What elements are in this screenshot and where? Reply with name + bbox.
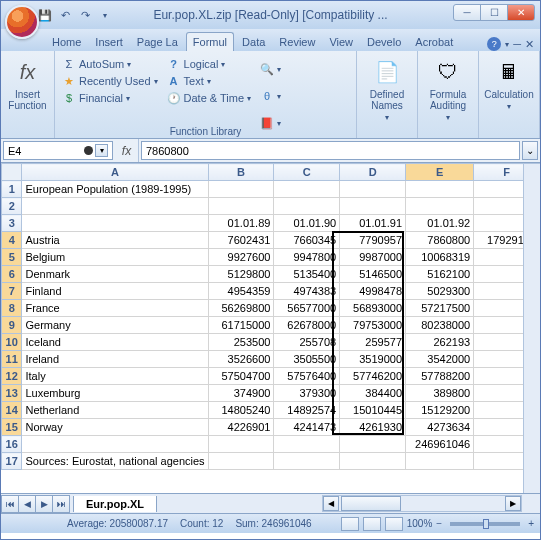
cell[interactable] (208, 181, 274, 198)
row-header-9[interactable]: 9 (2, 317, 22, 334)
cell[interactable] (340, 453, 406, 470)
cell[interactable]: 384400 (340, 385, 406, 402)
text-button[interactable]: AText▾ (164, 73, 255, 89)
insert-function-button[interactable]: fx Insert Function (5, 53, 50, 136)
cell[interactable] (340, 181, 406, 198)
cell[interactable]: 56577000 (274, 300, 340, 317)
next-sheet-button[interactable]: ▶ (35, 495, 53, 513)
col-header-C[interactable]: C (274, 164, 340, 181)
cell[interactable]: 57576400 (274, 368, 340, 385)
close-button[interactable]: ✕ (507, 4, 535, 21)
cell[interactable]: Iceland (22, 334, 208, 351)
cell[interactable] (406, 453, 474, 470)
cell[interactable]: France (22, 300, 208, 317)
tab-data[interactable]: Data (236, 33, 271, 51)
cell[interactable]: Ireland (22, 351, 208, 368)
cell[interactable] (208, 198, 274, 215)
cell[interactable]: 3526600 (208, 351, 274, 368)
redo-icon[interactable]: ↷ (77, 7, 93, 23)
row-header-17[interactable]: 17 (2, 453, 22, 470)
row-header-16[interactable]: 16 (2, 436, 22, 453)
cell[interactable] (274, 181, 340, 198)
row-header-14[interactable]: 14 (2, 402, 22, 419)
cell[interactable]: Austria (22, 232, 208, 249)
cell[interactable]: 57217500 (406, 300, 474, 317)
row-header-4[interactable]: 4 (2, 232, 22, 249)
date-time-button[interactable]: 🕐Date & Time▾ (164, 90, 255, 106)
cell[interactable] (22, 436, 208, 453)
row-header-2[interactable]: 2 (2, 198, 22, 215)
cell[interactable] (22, 215, 208, 232)
cell[interactable]: 5146500 (340, 266, 406, 283)
cell[interactable]: 5029300 (406, 283, 474, 300)
cell[interactable] (406, 181, 474, 198)
cell[interactable]: 9987000 (340, 249, 406, 266)
col-header-D[interactable]: D (340, 164, 406, 181)
cell[interactable]: 246961046 (406, 436, 474, 453)
row-header-13[interactable]: 13 (2, 385, 22, 402)
office-button[interactable] (5, 5, 39, 39)
help-icon[interactable]: ? (487, 37, 501, 51)
cell[interactable] (274, 198, 340, 215)
tab-formul[interactable]: Formul (186, 32, 234, 51)
cell[interactable]: 5162100 (406, 266, 474, 283)
cell[interactable]: 57746200 (340, 368, 406, 385)
cell[interactable]: 79753000 (340, 317, 406, 334)
close-workbook-icon[interactable]: ✕ (525, 38, 534, 51)
cell[interactable] (340, 436, 406, 453)
tab-insert[interactable]: Insert (89, 33, 129, 51)
cell[interactable]: Belgium (22, 249, 208, 266)
row-header-15[interactable]: 15 (2, 419, 22, 436)
cell[interactable]: Italy (22, 368, 208, 385)
horizontal-scrollbar[interactable]: ◀▶ (322, 495, 522, 512)
tab-develo[interactable]: Develo (361, 33, 407, 51)
col-header-E[interactable]: E (406, 164, 474, 181)
cell[interactable]: 01.01.91 (340, 215, 406, 232)
cell[interactable]: Germany (22, 317, 208, 334)
autosum-button[interactable]: ΣAutoSum▾ (59, 56, 161, 72)
last-sheet-button[interactable]: ⏭ (52, 495, 70, 513)
defined-names-button[interactable]: 📄 Defined Names ▾ (361, 53, 413, 136)
cell[interactable]: 57504700 (208, 368, 274, 385)
row-header-7[interactable]: 7 (2, 283, 22, 300)
name-box[interactable]: E4 ▾ (3, 141, 113, 160)
vertical-scrollbar[interactable] (523, 164, 540, 494)
cell[interactable]: 01.01.92 (406, 215, 474, 232)
cell[interactable]: 389800 (406, 385, 474, 402)
cell[interactable]: 3542000 (406, 351, 474, 368)
cell[interactable]: 57788200 (406, 368, 474, 385)
prev-sheet-button[interactable]: ◀ (18, 495, 36, 513)
cell[interactable]: European Population (1989-1995) (22, 181, 208, 198)
recently-used-button[interactable]: ★Recently Used▾ (59, 73, 161, 89)
cell[interactable] (208, 453, 274, 470)
cell[interactable]: 255708 (274, 334, 340, 351)
formula-input[interactable]: 7860800 (141, 141, 520, 160)
cell[interactable] (406, 198, 474, 215)
cell[interactable]: 9927600 (208, 249, 274, 266)
help-dropdown-icon[interactable]: ▾ (505, 40, 509, 49)
cell[interactable]: 4974383 (274, 283, 340, 300)
cell[interactable] (208, 436, 274, 453)
cell[interactable]: 7790957 (340, 232, 406, 249)
zoom-slider[interactable] (450, 522, 520, 526)
cell[interactable]: 01.01.89 (208, 215, 274, 232)
cell[interactable]: 374900 (208, 385, 274, 402)
tab-home[interactable]: Home (46, 33, 87, 51)
cell[interactable]: 4273634 (406, 419, 474, 436)
row-header-10[interactable]: 10 (2, 334, 22, 351)
row-header-8[interactable]: 8 (2, 300, 22, 317)
row-header-11[interactable]: 11 (2, 351, 22, 368)
cell[interactable]: 4241473 (274, 419, 340, 436)
cell[interactable]: 7602431 (208, 232, 274, 249)
lookup-button[interactable]: 🔍▾ (257, 61, 284, 77)
cell[interactable] (340, 198, 406, 215)
normal-view-button[interactable] (341, 517, 359, 531)
cell[interactable]: 61715000 (208, 317, 274, 334)
tab-acrobat[interactable]: Acrobat (409, 33, 459, 51)
namebox-dropdown-icon[interactable]: ▾ (95, 144, 108, 157)
cell[interactable]: Sources: Eurostat, national agencies (22, 453, 208, 470)
cell[interactable]: 5135400 (274, 266, 340, 283)
cell[interactable]: Finland (22, 283, 208, 300)
row-header-6[interactable]: 6 (2, 266, 22, 283)
undo-icon[interactable]: ↶ (57, 7, 73, 23)
